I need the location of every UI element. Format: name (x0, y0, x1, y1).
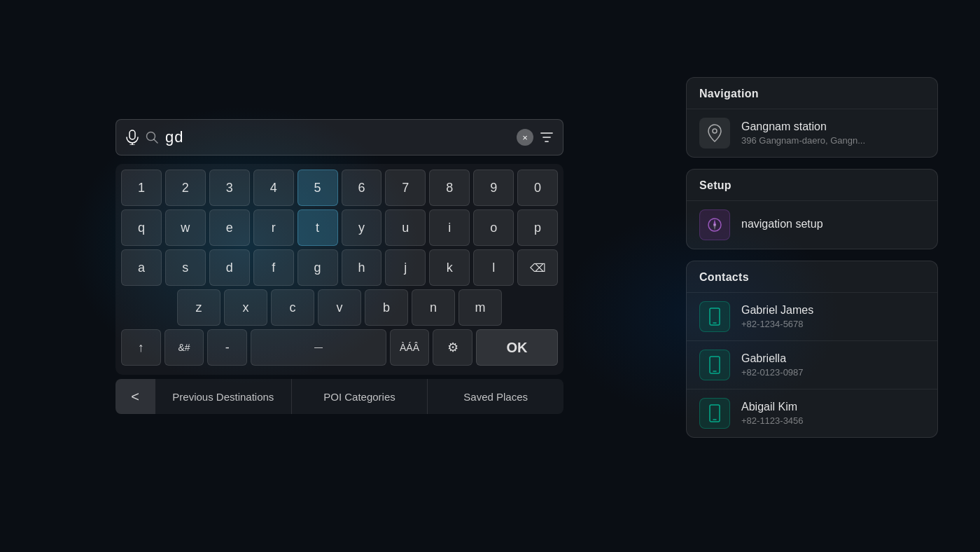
setup-item[interactable]: navigation setup (687, 200, 937, 249)
setup-item-text: navigation setup (741, 218, 925, 233)
svg-line-4 (154, 139, 158, 143)
key-8[interactable]: 8 (429, 170, 470, 206)
key-j[interactable]: j (385, 249, 426, 286)
key-e[interactable]: e (209, 209, 250, 246)
contact-item-2[interactable]: Abigail Kim +82-1123-3456 (687, 389, 937, 437)
compass-icon (699, 209, 730, 240)
key-dash[interactable]: - (207, 329, 247, 366)
special-row: ↑ &# - — ÀÁÂ ⚙ OK (121, 329, 558, 366)
key-a[interactable]: a (121, 249, 162, 286)
contact-2-name: Abigail Kim (741, 401, 925, 413)
contact-0-name: Gabriel James (741, 304, 925, 317)
tab-previous-destinations[interactable]: Previous Destinations (155, 379, 291, 414)
key-5[interactable]: 5 (298, 170, 338, 206)
key-q[interactable]: q (121, 209, 162, 246)
mic-icon[interactable] (126, 130, 139, 145)
key-9[interactable]: 9 (473, 170, 514, 206)
key-g[interactable]: g (298, 249, 338, 286)
navigation-item-subtitle: 396 Gangnam-daero, Gangn... (741, 135, 925, 146)
key-h[interactable]: h (342, 249, 382, 286)
setup-header: Setup (687, 170, 937, 200)
key-settings[interactable]: ⚙ (433, 329, 472, 366)
key-i[interactable]: i (429, 209, 470, 246)
contact-item-0[interactable]: Gabriel James +82-1234-5678 (687, 292, 937, 340)
keyboard-panel: gd × 1 2 3 4 5 6 7 8 9 0 q w e r t (115, 119, 564, 414)
tab-saved-places[interactable]: Saved Places (427, 379, 564, 414)
key-c[interactable]: c (271, 289, 314, 326)
key-z[interactable]: z (177, 289, 220, 326)
key-shift[interactable]: ↑ (121, 329, 161, 366)
navigation-section: Navigation Gangnam station 396 Gangnam-d… (686, 77, 938, 158)
contact-item-2-text: Abigail Kim +82-1123-3456 (741, 401, 925, 426)
navigation-item-title: Gangnam station (741, 120, 925, 133)
contact-2-phone: +82-1123-3456 (741, 415, 925, 426)
key-t[interactable]: t (298, 209, 338, 246)
contacts-header: Contacts (687, 261, 937, 292)
key-w[interactable]: w (165, 209, 206, 246)
contact-item-0-text: Gabriel James +82-1234-5678 (741, 304, 925, 329)
keyboard-grid: 1 2 3 4 5 6 7 8 9 0 q w e r t y u i o p … (115, 164, 564, 375)
clear-button[interactable]: × (517, 129, 533, 146)
search-input[interactable]: gd (165, 128, 510, 146)
svg-marker-8 (713, 223, 716, 230)
phone-icon-2 (699, 398, 730, 429)
contact-item-1[interactable]: Gabriella +82-0123-0987 (687, 340, 937, 389)
key-backspace[interactable]: ⌫ (517, 249, 558, 286)
key-space[interactable]: — (251, 329, 386, 366)
search-bar: gd × (115, 119, 564, 156)
key-ampersand[interactable]: &# (164, 329, 204, 366)
key-1[interactable]: 1 (121, 170, 162, 206)
key-0[interactable]: 0 (517, 170, 558, 206)
contacts-section: Contacts Gabriel James +82-1234-5678 (686, 261, 938, 438)
key-y[interactable]: y (342, 209, 382, 246)
key-u[interactable]: u (385, 209, 426, 246)
navigation-item[interactable]: Gangnam station 396 Gangnam-daero, Gangn… (687, 109, 937, 157)
key-d[interactable]: d (209, 249, 250, 286)
key-ok[interactable]: OK (476, 329, 558, 366)
key-r[interactable]: r (253, 209, 294, 246)
key-6[interactable]: 6 (342, 170, 382, 206)
right-panel: Navigation Gangnam station 396 Gangnam-d… (686, 77, 938, 438)
filter-icon[interactable] (540, 131, 553, 144)
key-x[interactable]: x (224, 289, 267, 326)
number-row: 1 2 3 4 5 6 7 8 9 0 (121, 170, 558, 206)
tab-poi-categories[interactable]: POI Categories (291, 379, 428, 414)
key-s[interactable]: s (165, 249, 206, 286)
key-v[interactable]: v (318, 289, 361, 326)
navigation-item-text: Gangnam station 396 Gangnam-daero, Gangn… (741, 120, 925, 146)
zxcvb-row: z x c v b n m (121, 289, 558, 326)
search-icon (146, 131, 158, 144)
key-3[interactable]: 3 (209, 170, 250, 206)
key-m[interactable]: m (458, 289, 502, 326)
key-b[interactable]: b (365, 289, 408, 326)
contact-item-1-text: Gabriella +82-0123-0987 (741, 352, 925, 378)
key-f[interactable]: f (253, 249, 294, 286)
phone-icon-1 (699, 350, 730, 380)
qwerty-row: q w e r t y u i o p (121, 209, 558, 246)
setup-item-title: navigation setup (741, 218, 925, 230)
setup-section: Setup navigation setup (686, 169, 938, 249)
asdf-row: a s d f g h j k l ⌫ (121, 249, 558, 286)
contact-0-phone: +82-1234-5678 (741, 319, 925, 329)
phone-icon-0 (699, 301, 730, 332)
location-icon (699, 118, 730, 149)
contact-1-phone: +82-0123-0987 (741, 367, 925, 378)
contact-1-name: Gabriella (741, 352, 925, 365)
svg-rect-0 (130, 130, 135, 139)
key-n[interactable]: n (412, 289, 455, 326)
svg-point-5 (713, 129, 717, 133)
key-o[interactable]: o (473, 209, 514, 246)
key-7[interactable]: 7 (385, 170, 426, 206)
navigation-header: Navigation (687, 78, 937, 109)
bottom-tabs: < Previous Destinations POI Categories S… (115, 379, 564, 414)
key-2[interactable]: 2 (165, 170, 206, 206)
key-accents[interactable]: ÀÁÂ (390, 329, 430, 366)
key-l[interactable]: l (473, 249, 514, 286)
key-k[interactable]: k (429, 249, 470, 286)
key-p[interactable]: p (517, 209, 558, 246)
tab-back-button[interactable]: < (115, 379, 155, 414)
key-4[interactable]: 4 (253, 170, 294, 206)
